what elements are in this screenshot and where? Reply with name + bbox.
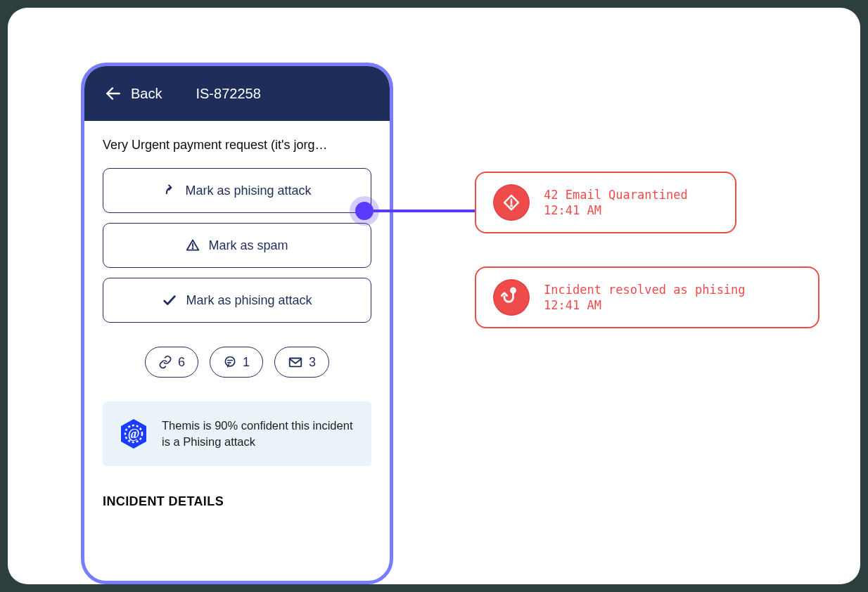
- link-icon: [158, 355, 172, 369]
- alert-title: Incident resolved as phising: [544, 283, 746, 297]
- confidence-text: Themis is 90% confident this incident is…: [162, 418, 357, 450]
- back-button-label[interactable]: Back: [131, 86, 162, 102]
- comments-count: 1: [243, 355, 250, 370]
- incident-id: IS-872258: [196, 86, 260, 102]
- links-count: 6: [178, 355, 185, 370]
- device-body: Very Urgent payment request (it's jorg… …: [84, 121, 390, 509]
- mobile-device-frame: Back IS-872258 Very Urgent payment reque…: [81, 63, 393, 584]
- action-label: Mark as spam: [208, 238, 288, 253]
- device-header: Back IS-872258: [84, 66, 390, 121]
- action-label: Mark as phising attack: [186, 293, 312, 308]
- themis-badge-icon: @: [117, 417, 151, 451]
- comments-pill[interactable]: 1: [210, 347, 263, 378]
- confidence-card: @ Themis is 90% confident this incident …: [103, 401, 371, 466]
- comment-icon: [223, 355, 237, 369]
- connector-line: [374, 210, 475, 212]
- diamond-alert-icon: [493, 184, 530, 221]
- check-icon: [162, 292, 177, 308]
- links-pill[interactable]: 6: [145, 347, 198, 378]
- mark-phishing-button[interactable]: Mark as phising attack: [103, 168, 371, 213]
- action-label: Mark as phising attack: [185, 184, 311, 198]
- alert-time: 12:41 AM: [544, 203, 688, 217]
- svg-text:@: @: [128, 427, 140, 441]
- incident-details-heading: INCIDENT DETAILS: [103, 494, 371, 509]
- back-arrow-icon[interactable]: [104, 84, 122, 103]
- alert-resolved-card: Incident resolved as phising 12:41 AM: [475, 266, 819, 328]
- alert-title: 42 Email Quarantined: [544, 188, 688, 202]
- mark-spam-button[interactable]: Mark as spam: [103, 223, 371, 268]
- alert-quarantine-card: 42 Email Quarantined 12:41 AM: [475, 172, 736, 233]
- hook-icon: [493, 279, 530, 316]
- warning-triangle-icon: [186, 238, 200, 252]
- arrow-curve-up-icon: [162, 184, 177, 198]
- svg-point-12: [511, 205, 512, 207]
- incident-title: Very Urgent payment request (it's jorg…: [103, 138, 371, 153]
- canvas: Back IS-872258 Very Urgent payment reque…: [8, 8, 860, 584]
- emails-count: 3: [309, 355, 316, 370]
- mark-phishing-button-2[interactable]: Mark as phising attack: [103, 278, 371, 323]
- alert-time: 12:41 AM: [544, 298, 746, 312]
- counts-row: 6 1: [103, 347, 371, 378]
- svg-point-2: [193, 248, 193, 249]
- mail-icon: [288, 354, 303, 370]
- svg-point-3: [225, 357, 234, 366]
- emails-pill[interactable]: 3: [274, 347, 329, 378]
